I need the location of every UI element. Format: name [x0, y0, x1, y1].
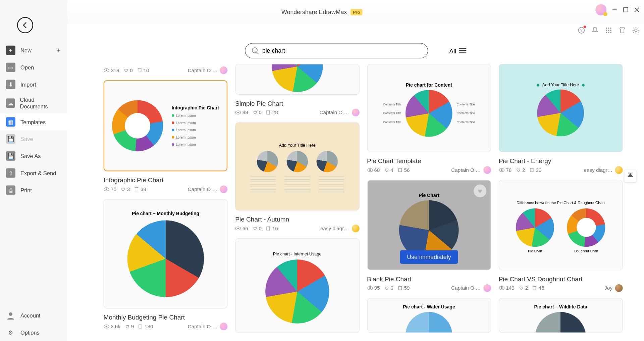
heart-icon	[519, 286, 524, 291]
svg-rect-28	[135, 188, 138, 191]
card-title: Infographic Pie Chart	[104, 177, 228, 184]
back-button[interactable]	[17, 17, 33, 33]
template-card[interactable]: Infographic Pie Chart Lorem Ipsum Lorem …	[104, 80, 228, 193]
svg-point-30	[106, 326, 107, 327]
svg-point-27	[106, 188, 107, 190]
svg-rect-31	[139, 325, 142, 328]
eye-icon	[235, 226, 241, 231]
sidebar-item-options[interactable]: ⚙ Options	[0, 324, 67, 341]
save-as-icon: 💾	[6, 151, 15, 161]
eye-icon	[104, 68, 110, 72]
gear-icon[interactable]	[632, 27, 640, 34]
bell-icon[interactable]	[591, 27, 599, 34]
sidebar-item-open[interactable]: ▭ Open	[0, 59, 67, 76]
template-card[interactable]: Pie chart - Water Usage	[367, 298, 491, 333]
svg-rect-37	[267, 227, 270, 230]
card-title: Blank Pie Chart	[367, 275, 491, 283]
sidebar-item-label: Export & Send	[20, 170, 56, 176]
template-card[interactable]: Add Your Title Here	[235, 122, 359, 232]
eye-icon	[367, 286, 373, 290]
svg-point-14	[610, 32, 611, 33]
svg-point-8	[610, 28, 611, 29]
save-icon: 💾	[6, 134, 15, 144]
sidebar-item-new[interactable]: ＋ New ＋	[0, 42, 67, 59]
sidebar-item-saveas[interactable]: 💾 Save As	[0, 147, 67, 164]
favorite-button[interactable]	[474, 185, 486, 197]
sidebar-item-label: Options	[20, 329, 40, 336]
template-card[interactable]: Pie chart for Content Contents TitleCont…	[367, 64, 491, 174]
svg-rect-24	[138, 68, 141, 72]
sidebar-item-templates[interactable]: ▦ Templates	[0, 113, 67, 131]
close-button[interactable]	[634, 7, 640, 13]
plus-icon[interactable]: ＋	[56, 46, 61, 54]
likes-stat: 0	[123, 67, 133, 74]
svg-rect-1	[624, 8, 628, 12]
plus-square-icon: ＋	[6, 46, 15, 55]
template-card[interactable]: Simple Pie Chart 88 0 28 Captain O …	[235, 64, 359, 116]
eye-icon	[104, 187, 110, 191]
sidebar-item-account[interactable]: Account	[0, 307, 67, 324]
grid-icon[interactable]	[605, 27, 612, 34]
sidebar-item-label: Print	[20, 187, 32, 193]
card-title: Monthly Budgeting Pie Chart	[104, 314, 228, 321]
template-card[interactable]: Pie chart – Monthly Budgeting Monthly Bu…	[104, 199, 228, 330]
svg-text:?: ?	[580, 28, 583, 33]
heart-icon	[253, 110, 258, 115]
author-name: Captain O …	[188, 67, 217, 74]
copy-icon	[397, 167, 402, 173]
template-card-hover[interactable]: Pie Chart Use immediately Blank Pie Char…	[367, 180, 491, 292]
user-avatar[interactable]	[595, 4, 606, 15]
template-card[interactable]: Pie chart - Internet Usage	[235, 238, 359, 333]
heart-icon	[384, 167, 389, 173]
search-icon	[251, 47, 259, 55]
card-title: Pie Chart - Energy	[499, 157, 623, 165]
sidebar-item-label: Save As	[20, 153, 41, 159]
svg-point-23	[106, 69, 107, 71]
print-icon: ⎙	[6, 185, 15, 195]
search-input[interactable]	[262, 47, 422, 54]
shirt-icon[interactable]	[619, 27, 626, 34]
svg-rect-25	[139, 68, 142, 71]
eye-icon	[367, 168, 373, 172]
toolbar-right: ?	[578, 24, 640, 37]
svg-line-18	[257, 52, 258, 54]
card-title: Simple Pie Chart	[235, 100, 359, 107]
sidebar-item-print[interactable]: ⎙ Print	[0, 182, 67, 199]
sidebar-item-label: Account	[20, 312, 41, 319]
heart-icon	[121, 187, 126, 192]
heart-icon	[477, 188, 483, 194]
heart-icon	[516, 167, 521, 173]
minimize-button[interactable]	[611, 7, 618, 13]
template-card[interactable]: ◆Add Your Title Here◆ Pie Chart - Energy…	[499, 64, 623, 174]
sidebar-item-label: Import	[20, 81, 36, 88]
svg-point-13	[608, 32, 609, 33]
maximize-button[interactable]	[623, 7, 629, 13]
views-stat: 318	[104, 67, 119, 74]
svg-point-15	[635, 29, 637, 32]
template-card[interactable]: Pie chart – Wildlife Data	[499, 298, 623, 333]
card-title: Pie Chart Template	[367, 157, 491, 165]
help-icon[interactable]: ?	[578, 27, 585, 34]
svg-point-48	[501, 287, 502, 289]
author-avatar	[220, 66, 228, 74]
copy-icon	[529, 167, 534, 173]
title-bar: Wondershare EdrawMax Pro	[0, 0, 644, 24]
eye-icon	[104, 324, 110, 329]
scroll-top-button[interactable]	[625, 170, 637, 182]
sidebar-item-label: Save	[20, 136, 33, 142]
use-immediately-button[interactable]: Use immediately	[400, 250, 458, 264]
svg-point-42	[369, 287, 371, 289]
template-card[interactable]: Difference between the Pie Chart & Dough…	[499, 180, 623, 292]
sidebar-item-cloud[interactable]: ☁ Cloud Documents	[0, 93, 67, 113]
filter-all[interactable]: All	[449, 47, 467, 54]
svg-rect-49	[533, 286, 536, 290]
sidebar-item-export[interactable]: ⇧ Export & Send	[0, 164, 67, 182]
card-title: Pie Chart - Autumn	[235, 216, 359, 223]
svg-point-45	[501, 169, 502, 171]
search-box[interactable]	[245, 43, 428, 58]
copy-icon	[134, 187, 139, 192]
svg-rect-43	[398, 286, 401, 290]
sidebar-item-import[interactable]: ⬇ Import	[0, 76, 67, 93]
svg-rect-46	[530, 168, 533, 172]
copy-icon	[397, 286, 402, 291]
